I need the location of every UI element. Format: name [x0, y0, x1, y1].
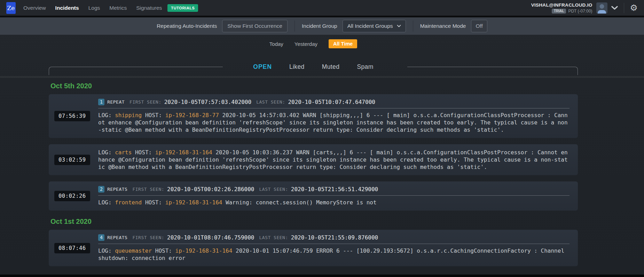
incident-group-value: All Incident Groups — [347, 23, 393, 29]
host-label: HOST: — [155, 247, 172, 254]
host-label: HOST: — [135, 149, 152, 156]
nav-item-logs[interactable]: Logs — [88, 5, 100, 11]
incident-card[interactable]: 00:02:262REPEATSFIRST SEEN:2020-10-05T00… — [49, 181, 578, 211]
user-email: VISHAL@INFRACLOUD.IO — [531, 2, 592, 8]
last-seen-label: LAST SEEN: — [259, 235, 288, 240]
nav-item-overview[interactable]: Overview — [23, 5, 46, 11]
tutorials-button[interactable]: TUTORIALS — [167, 4, 198, 12]
incident-time-badge: 03:02:59 — [54, 155, 90, 165]
incident-time-column: 03:02:59 — [49, 155, 98, 165]
repeating-auto-incidents-label: Repeating Auto-Incidents — [157, 23, 217, 29]
maintenance-mode-label: Maintenance Mode — [420, 23, 466, 29]
incident-body: 4REPEATSFIRST SEEN:2020-10-01T08:07:46.7… — [98, 234, 572, 262]
nav-item-signatures[interactable]: Signatures — [136, 5, 162, 11]
first-seen-value: 2020-10-01T08:07:46.759000 — [167, 234, 254, 241]
incident-time-badge: 08:07:46 — [54, 243, 90, 253]
trial-badge: TRIAL — [552, 9, 566, 14]
top-nav: Ze Overview Incidents Logs Metrics Signa… — [0, 0, 644, 16]
divider — [624, 3, 624, 13]
incident-time-column: 08:07:46 — [49, 243, 98, 253]
host-name: ip-192-168-31-164 — [165, 199, 222, 206]
incident-card[interactable]: 03:02:59LOG: carts HOST: ip-192-168-31-1… — [49, 144, 578, 175]
log-prefix: LOG: — [98, 247, 112, 254]
log-prefix: LOG: — [98, 112, 112, 119]
last-seen-value: 2020-10-05T21:56:51.429000 — [291, 186, 378, 193]
tab-muted[interactable]: Muted — [322, 63, 340, 71]
incident-body: 2REPEATSFIRST SEEN:2020-10-05T00:02:26.2… — [98, 186, 572, 206]
incident-repeat-header: 2REPEATSFIRST SEEN:2020-10-05T00:02:26.2… — [98, 186, 570, 196]
show-first-occurrence-button[interactable]: Show First Occurrence — [222, 20, 288, 32]
incident-group-label: Incident Group — [302, 23, 337, 29]
avatar[interactable] — [596, 2, 607, 14]
repeat-label: REPEATS — [107, 187, 127, 192]
gear-icon[interactable]: ⚙ — [630, 3, 638, 12]
incident-card[interactable]: 07:56:391REPEATFIRST SEEN:2020-10-05T07:… — [49, 94, 578, 138]
incident-log: LOG: queuemaster HOST: ip-192-168-31-164… — [98, 247, 570, 262]
tab-border-left — [49, 67, 223, 75]
repeat-count-badge: 2 — [98, 186, 104, 193]
incident-log: LOG: frontend HOST: ip-192-168-31-164 Wa… — [98, 199, 570, 206]
date-heading: Oct 5th 2020 — [50, 82, 578, 90]
last-seen-value: 2020-10-05T10:07:47.647000 — [288, 99, 375, 105]
repeat-count-badge: 4 — [98, 234, 104, 241]
divider — [294, 21, 295, 32]
timezone-label: PDT (-07:00) — [568, 9, 592, 14]
divider — [413, 21, 413, 32]
time-filter-all-time[interactable]: All Time — [329, 39, 357, 48]
host-label: HOST: — [145, 112, 162, 119]
nav-item-incidents[interactable]: Incidents — [55, 5, 79, 11]
log-prefix: LOG: — [98, 149, 112, 156]
user-info: VISHAL@INFRACLOUD.IO TRIAL PDT (-07:00) — [531, 2, 592, 14]
nav-item-metrics[interactable]: Metrics — [109, 5, 127, 11]
footer-strip — [0, 275, 644, 277]
incident-group-dropdown[interactable]: All Incident Groups — [343, 20, 406, 32]
last-seen-value: 2020-10-05T21:55:09.876000 — [291, 234, 378, 241]
content-column: Today Yesterday All Time OPEN Liked Mute… — [49, 39, 578, 266]
date-heading: Oct 1st 2020 — [50, 218, 578, 226]
filter-bar: Repeating Auto-Incidents Show First Occu… — [0, 17, 644, 35]
tab-liked[interactable]: Liked — [289, 63, 305, 71]
incident-time-column: 07:56:39 — [49, 111, 98, 121]
person-icon — [599, 4, 604, 9]
tab-spam[interactable]: Spam — [357, 63, 373, 71]
host-name: ip-192-168-31-164 — [175, 247, 233, 254]
incident-body: 1REPEATFIRST SEEN:2020-10-05T07:57:03.40… — [98, 99, 572, 133]
first-seen-value: 2020-10-05T07:57:03.402000 — [164, 99, 251, 105]
service-name: carts — [115, 149, 132, 156]
service-name: frontend — [115, 199, 142, 206]
service-name: shipping — [115, 112, 142, 119]
user-menu-button[interactable] — [611, 6, 618, 10]
chevron-down-icon — [397, 25, 401, 27]
repeat-label: REPEAT — [107, 99, 125, 105]
host-label: HOST: — [145, 199, 162, 206]
last-seen-label: LAST SEEN: — [259, 187, 288, 192]
service-name: queuemaster — [115, 247, 152, 254]
incident-time-badge: 00:02:26 — [54, 191, 90, 201]
log-message: Warning: connect.session() MemoryStore i… — [226, 199, 376, 206]
tab-open[interactable]: OPEN — [253, 63, 272, 71]
last-seen-label: LAST SEEN: — [256, 99, 285, 105]
log-prefix: LOG: — [98, 199, 112, 206]
zebrium-logo[interactable]: Ze — [6, 2, 16, 14]
incident-repeat-header: 1REPEATFIRST SEEN:2020-10-05T07:57:03.40… — [98, 99, 570, 108]
incident-card[interactable]: 08:07:464REPEATSFIRST SEEN:2020-10-01T08… — [49, 230, 578, 266]
first-seen-label: FIRST SEEN: — [129, 99, 162, 105]
maintenance-mode-toggle[interactable]: Off — [471, 20, 487, 32]
first-seen-label: FIRST SEEN: — [132, 235, 164, 240]
incident-list: Oct 5th 202007:56:391REPEATFIRST SEEN:20… — [49, 82, 578, 266]
incident-log: LOG: shipping HOST: ip-192-168-28-77 202… — [98, 112, 570, 133]
incident-time-badge: 07:56:39 — [54, 111, 90, 121]
incident-repeat-header: 4REPEATSFIRST SEEN:2020-10-01T08:07:46.7… — [98, 234, 570, 244]
host-name: ip-192-168-31-164 — [155, 149, 212, 156]
time-filter-row: Today Yesterday All Time — [49, 39, 578, 49]
incident-log: LOG: carts HOST: ip-192-168-31-164 2020-… — [98, 149, 570, 171]
host-name: ip-192-168-28-77 — [165, 112, 219, 119]
tab-border-right — [407, 67, 578, 75]
first-seen-label: FIRST SEEN: — [132, 187, 164, 192]
repeat-label: REPEATS — [107, 235, 127, 240]
time-filter-yesterday[interactable]: Yesterday — [294, 41, 317, 47]
incident-body: LOG: carts HOST: ip-192-168-31-164 2020-… — [98, 149, 572, 171]
time-filter-today[interactable]: Today — [269, 41, 283, 47]
tabs-bar: OPEN Liked Muted Spam — [49, 63, 578, 76]
chevron-down-icon — [611, 6, 618, 10]
